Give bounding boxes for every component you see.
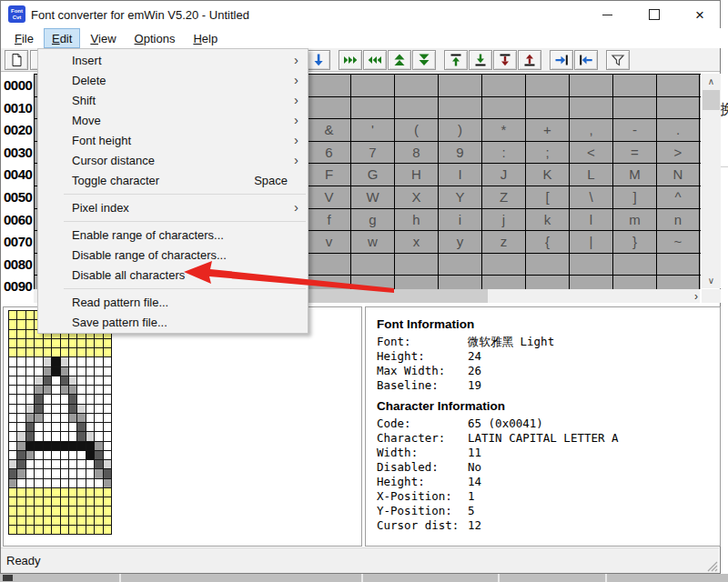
charmap-cell[interactable]: } bbox=[612, 231, 656, 253]
pixel-cell[interactable] bbox=[9, 320, 16, 328]
pixel-cell[interactable] bbox=[95, 442, 102, 450]
charmap-cell[interactable] bbox=[438, 97, 481, 119]
menubar-item-options[interactable]: Options bbox=[126, 28, 184, 48]
shift-right-button[interactable] bbox=[550, 50, 573, 70]
pixel-cell[interactable] bbox=[52, 386, 59, 394]
pixel-cell[interactable] bbox=[35, 469, 42, 477]
pixel-cell[interactable] bbox=[44, 526, 51, 534]
fast-forward-button[interactable] bbox=[339, 50, 362, 70]
pixel-cell[interactable] bbox=[44, 423, 51, 431]
charmap-cell[interactable]: * bbox=[481, 119, 525, 141]
pixel-cell[interactable] bbox=[95, 479, 102, 487]
charmap-cell[interactable]: ) bbox=[438, 119, 481, 141]
pixel-cell[interactable] bbox=[17, 432, 25, 440]
pixel-cell[interactable] bbox=[17, 348, 25, 356]
pixel-cell[interactable] bbox=[35, 348, 42, 356]
pixel-cell[interactable] bbox=[52, 507, 59, 515]
pixel-cell[interactable] bbox=[26, 330, 34, 338]
pixel-cell[interactable] bbox=[95, 507, 102, 515]
pixel-cell[interactable] bbox=[86, 442, 94, 450]
pixel-cell[interactable] bbox=[86, 423, 94, 431]
pixel-cell[interactable] bbox=[86, 469, 94, 477]
pixel-cell[interactable] bbox=[26, 432, 34, 440]
charmap-cell[interactable]: I bbox=[438, 164, 481, 186]
pixel-cell[interactable] bbox=[77, 423, 85, 431]
scroll-to-top-button[interactable] bbox=[444, 50, 468, 70]
charmap-cell[interactable]: L bbox=[569, 164, 612, 186]
taskbar-strip[interactable] bbox=[0, 574, 728, 582]
pixel-cell[interactable] bbox=[61, 469, 68, 477]
pixel-cell[interactable] bbox=[86, 339, 94, 347]
pixel-cell[interactable] bbox=[86, 479, 94, 487]
menu-item-disable-all-characters[interactable]: Disable all characters bbox=[38, 265, 308, 285]
charmap-cell[interactable]: x bbox=[394, 231, 438, 253]
menubar-item-edit[interactable]: Edit bbox=[44, 28, 80, 48]
pixel-cell[interactable] bbox=[52, 497, 59, 506]
pixel-cell[interactable] bbox=[52, 339, 59, 347]
pixel-cell[interactable] bbox=[9, 479, 16, 487]
filter-button[interactable] bbox=[606, 50, 630, 70]
charmap-cell[interactable]: v bbox=[307, 231, 350, 253]
pixel-cell[interactable] bbox=[9, 339, 16, 347]
pixel-cell[interactable] bbox=[95, 367, 102, 376]
pixel-cell[interactable] bbox=[95, 488, 102, 497]
pixel-cell[interactable] bbox=[44, 497, 51, 506]
pixel-cell[interactable] bbox=[104, 367, 111, 376]
pixel-cell[interactable] bbox=[69, 367, 76, 376]
pixel-cell[interactable] bbox=[104, 507, 111, 515]
pixel-cell[interactable] bbox=[86, 348, 94, 356]
pixel-cell[interactable] bbox=[26, 320, 34, 328]
pixel-cell[interactable] bbox=[17, 414, 25, 422]
vertical-scrollbar[interactable]: ∧ ∨ bbox=[702, 74, 721, 288]
pixel-cell[interactable] bbox=[86, 432, 94, 440]
charmap-cell[interactable] bbox=[350, 254, 394, 276]
pixel-cell[interactable] bbox=[86, 395, 94, 403]
charmap-cell[interactable] bbox=[394, 97, 438, 119]
charmap-cell[interactable] bbox=[481, 254, 525, 276]
pixel-cell[interactable] bbox=[104, 469, 111, 477]
pixel-cell[interactable] bbox=[9, 497, 16, 506]
pixel-cell[interactable] bbox=[104, 488, 111, 497]
pixel-cell[interactable] bbox=[61, 339, 68, 347]
pixel-cell[interactable] bbox=[86, 367, 94, 376]
pixel-cell[interactable] bbox=[52, 469, 59, 477]
pixel-cell[interactable] bbox=[77, 405, 85, 413]
pixel-cell[interactable] bbox=[9, 432, 16, 440]
page-down-button[interactable] bbox=[412, 50, 436, 70]
pixel-cell[interactable] bbox=[69, 414, 76, 422]
pixel-cell[interactable] bbox=[69, 460, 76, 468]
charmap-cell[interactable] bbox=[481, 276, 525, 289]
pixel-cell[interactable] bbox=[52, 367, 59, 376]
menu-item-enable-range-of-characters[interactable]: Enable range of characters... bbox=[38, 225, 308, 245]
charmap-cell[interactable]: k bbox=[525, 209, 569, 231]
pixel-cell[interactable] bbox=[17, 405, 25, 413]
pixel-cell[interactable] bbox=[77, 348, 85, 356]
pixel-cell[interactable] bbox=[95, 395, 102, 403]
pixel-cell[interactable] bbox=[26, 442, 34, 450]
charmap-cell[interactable] bbox=[656, 276, 700, 289]
pixel-cell[interactable] bbox=[86, 460, 94, 468]
charmap-cell[interactable]: & bbox=[307, 119, 350, 141]
charmap-cell[interactable]: | bbox=[569, 231, 612, 253]
scroll-down-icon[interactable]: ∨ bbox=[702, 273, 721, 288]
charmap-cell[interactable] bbox=[307, 276, 350, 289]
pixel-cell[interactable] bbox=[26, 357, 34, 366]
pixel-cell[interactable] bbox=[35, 517, 42, 525]
pixel-cell[interactable] bbox=[69, 357, 76, 366]
pixel-cell[interactable] bbox=[52, 517, 59, 525]
pixel-cell[interactable] bbox=[26, 376, 34, 385]
menu-item-font-height[interactable]: Font height› bbox=[38, 130, 308, 150]
pixel-cell[interactable] bbox=[44, 414, 51, 422]
pixel-cell[interactable] bbox=[44, 386, 51, 394]
pixel-cell[interactable] bbox=[69, 526, 76, 534]
menu-item-pixel-index[interactable]: Pixel index› bbox=[38, 197, 308, 217]
charmap-cell[interactable]: i bbox=[438, 209, 481, 231]
pixel-cell[interactable] bbox=[26, 405, 34, 413]
pixel-cell[interactable] bbox=[9, 330, 16, 338]
pixel-cell[interactable] bbox=[104, 348, 111, 356]
charmap-cell[interactable]: h bbox=[394, 209, 438, 231]
charmap-cell[interactable]: 8 bbox=[394, 142, 438, 164]
charmap-cell[interactable] bbox=[612, 276, 656, 289]
pixel-cell[interactable] bbox=[77, 367, 85, 376]
charmap-cell[interactable] bbox=[307, 254, 350, 276]
